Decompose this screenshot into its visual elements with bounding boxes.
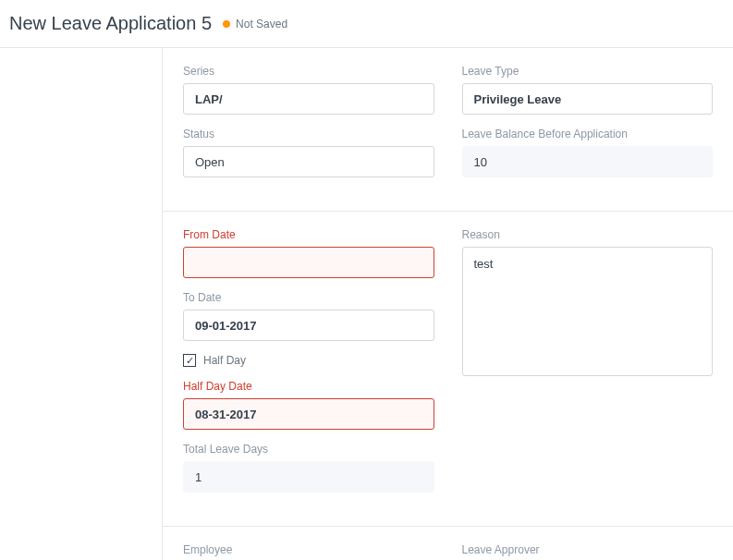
half-day-checkbox[interactable]: ✓ (183, 354, 196, 367)
page-title: New Leave Application 5 (9, 13, 212, 34)
form-area: Series Status Leave Type Leave Balance B… (162, 48, 733, 560)
leave-balance-input (462, 146, 714, 177)
total-days-label: Total Leave Days (183, 443, 434, 456)
page-header: New Leave Application 5 Not Saved (0, 0, 733, 48)
reason-textarea[interactable] (462, 247, 714, 376)
status-input[interactable] (183, 146, 434, 177)
half-day-checkbox-row[interactable]: ✓ Half Day (183, 354, 434, 367)
series-label: Series (183, 65, 434, 78)
section-basic: Series Status Leave Type Leave Balance B… (163, 48, 733, 212)
to-date-label: To Date (183, 291, 434, 304)
leave-type-input[interactable] (462, 83, 714, 115)
to-date-input[interactable] (183, 310, 434, 341)
half-day-label: Half Day (203, 354, 246, 367)
check-icon: ✓ (186, 356, 194, 366)
leave-balance-label: Leave Balance Before Application (462, 128, 714, 140)
series-input[interactable] (183, 83, 434, 115)
content: Series Status Leave Type Leave Balance B… (0, 48, 733, 560)
from-date-input[interactable] (183, 247, 434, 278)
half-day-date-label: Half Day Date (183, 380, 434, 393)
save-status: Not Saved (223, 18, 287, 30)
section-dates: From Date To Date ✓ Half Day Half Day Da… (163, 212, 733, 527)
from-date-label: From Date (183, 228, 434, 241)
status-label: Status (183, 128, 434, 140)
section-employee: Employee Leave Approver (163, 527, 733, 560)
status-dot-icon (223, 20, 230, 28)
reason-label: Reason (462, 228, 714, 241)
employee-label: Employee (183, 543, 434, 556)
leave-approver-label: Leave Approver (462, 543, 714, 556)
half-day-date-input[interactable] (183, 398, 434, 430)
total-days-input (183, 461, 434, 493)
save-status-text: Not Saved (236, 18, 287, 30)
left-gutter (0, 48, 162, 560)
leave-type-label: Leave Type (462, 65, 714, 78)
